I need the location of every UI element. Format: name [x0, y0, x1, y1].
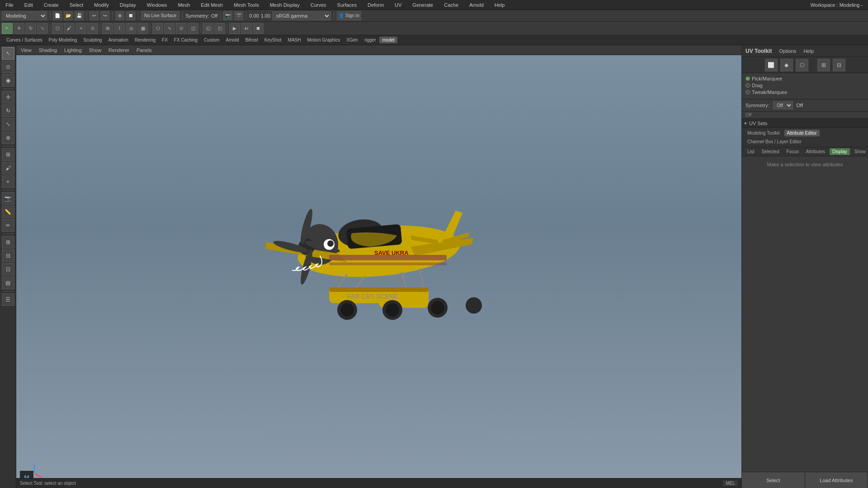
sculpt-btn[interactable]: ⚬ [75, 23, 86, 34]
module-rigger[interactable]: rigger [362, 37, 379, 43]
uv-square-icon[interactable]: ⬜ [765, 59, 778, 71]
sculpt-tool[interactable]: 🖌 [2, 162, 14, 174]
subtab-attributes[interactable]: Attributes [803, 148, 828, 155]
module-animation[interactable]: Animation [105, 37, 131, 43]
menu-arnold[interactable]: Arnold [467, 1, 486, 9]
menu-mesh-display[interactable]: Mesh Display [268, 1, 302, 9]
gamma-dropdown[interactable]: sRGB gamma [272, 11, 331, 20]
module-sculpting[interactable]: Sculpting [80, 37, 104, 43]
scale-tool[interactable]: ⤡ [2, 118, 14, 131]
vp-shading-menu[interactable]: Shading [37, 47, 59, 54]
menu-windows[interactable]: Windows [145, 1, 169, 9]
menu-edit[interactable]: Edit [23, 1, 35, 9]
menu-display[interactable]: Display [118, 1, 138, 9]
isolate-btn[interactable]: ◰ [214, 23, 225, 34]
drag-radio[interactable] [745, 83, 750, 88]
menu-select[interactable]: Select [68, 1, 85, 9]
move-tool[interactable]: ✛ [2, 91, 14, 103]
tab-modeling-toolkit[interactable]: Modeling Toolkit [745, 130, 783, 136]
menu-deform[interactable]: Deform [366, 1, 386, 9]
snap-grid-btn[interactable]: ⊞ [102, 23, 113, 34]
module-bifrost[interactable]: Bifrost [242, 37, 260, 43]
viewport-canvas[interactable]: FAR CRY SCENE SAVE UKRA [16, 55, 741, 488]
render-btn[interactable]: 🎬 [234, 11, 243, 20]
menu-edit-mesh[interactable]: Edit Mesh [199, 1, 225, 9]
stop-btn[interactable]: ⏹ [253, 23, 264, 34]
uv-grid2-icon[interactable]: ⊟ [833, 59, 845, 71]
tab-attribute-editor[interactable]: Attribute Editor [784, 130, 820, 136]
measure-tool[interactable]: 📏 [2, 206, 14, 218]
select-button[interactable]: Select [742, 472, 805, 488]
subtab-selected[interactable]: Selected [759, 148, 782, 155]
quick-layout-btn[interactable]: ⊞ [2, 236, 14, 249]
save-btn[interactable]: 💾 [75, 11, 84, 20]
menu-file[interactable]: File [4, 1, 15, 9]
live-surface-btn[interactable]: No Live Surface [141, 11, 179, 20]
move-tool-btn[interactable]: ✛ [14, 23, 24, 34]
paint-select-tool[interactable]: ◉ [2, 74, 14, 87]
snap-surface-btn[interactable]: ▦ [137, 23, 148, 34]
pick-marquee-radio[interactable] [745, 76, 750, 81]
uv-diamond-icon[interactable]: ◆ [780, 59, 793, 71]
tab-channel-box[interactable]: Channel Box / Layer Editor [745, 138, 804, 145]
deform-btn[interactable]: ⊙ [176, 23, 187, 34]
uv-cube-icon[interactable]: ⬡ [796, 59, 808, 71]
load-attributes-button[interactable]: Load Attributes [805, 472, 868, 488]
snap-btn[interactable]: 🔲 [126, 11, 135, 20]
module-rendering[interactable]: Rendering [132, 37, 158, 43]
universal-manip[interactable]: ⊕ [2, 131, 14, 144]
vp-view-menu[interactable]: View [19, 47, 33, 54]
menu-mesh[interactable]: Mesh [176, 1, 192, 9]
menu-help[interactable]: Help [493, 1, 507, 9]
module-motion[interactable]: Motion Graphics [305, 37, 343, 43]
mel-label[interactable]: MEL [723, 480, 738, 486]
subtab-display[interactable]: Display [830, 148, 850, 155]
menu-create[interactable]: Create [42, 1, 61, 9]
module-curves[interactable]: Curves / Surfaces [4, 37, 45, 43]
menu-cache[interactable]: Cache [442, 1, 460, 9]
quick-layout2-btn[interactable]: ⊟ [2, 249, 14, 262]
ipr-btn[interactable]: ⏯ [241, 23, 252, 34]
menu-curves[interactable]: Curves [309, 1, 328, 9]
rotate-tool[interactable]: ↻ [2, 104, 14, 117]
polygon-btn[interactable]: ⬡ [152, 23, 163, 34]
transform-btn[interactable]: ⊕ [115, 11, 124, 20]
lasso-select-tool[interactable]: ⊙ [2, 61, 14, 73]
module-fx-caching[interactable]: FX Caching [171, 37, 200, 43]
module-fx[interactable]: FX [159, 37, 170, 43]
redo-btn[interactable]: ↪ [100, 11, 109, 20]
soft-mod-btn[interactable]: ⊙ [87, 23, 98, 34]
select-tool-btn[interactable]: ↖ [2, 23, 13, 34]
camera-btn[interactable]: 📷 [223, 11, 232, 20]
vp-lighting-menu[interactable]: Lighting [62, 47, 84, 54]
subtab-list[interactable]: List [745, 148, 757, 155]
uv-grid-icon[interactable]: ⊞ [817, 59, 830, 71]
module-xgen[interactable]: XGen [344, 37, 361, 43]
curve2-btn[interactable]: ∿ [164, 23, 175, 34]
annotation-tool[interactable]: ✏ [2, 219, 14, 232]
uv-options-menu[interactable]: Options [779, 48, 796, 54]
render-view-btn[interactable]: ▶ [229, 23, 240, 34]
module-mash[interactable]: MASH [285, 37, 304, 43]
quick-layout4-btn[interactable]: ▤ [2, 277, 14, 289]
menu-mesh-tools[interactable]: Mesh Tools [232, 1, 260, 9]
tweak-radio[interactable] [745, 90, 750, 94]
snap-curve-btn[interactable]: ⌇ [114, 23, 125, 34]
paint-btn[interactable]: 🖌 [64, 23, 75, 34]
open-btn[interactable]: 📂 [64, 11, 73, 20]
lasso-btn[interactable]: ⬡ [52, 23, 63, 34]
module-poly[interactable]: Poly Modeling [46, 37, 80, 43]
xray-btn[interactable]: ◱ [203, 23, 213, 34]
snap-camera[interactable]: 📷 [2, 192, 14, 205]
module-keyshot[interactable]: KeyShot [262, 37, 284, 43]
module-model[interactable]: model [379, 37, 397, 43]
scale-tool-btn[interactable]: ⤡ [37, 23, 48, 34]
new-btn[interactable]: 📄 [53, 11, 62, 20]
module-custom[interactable]: Custom [201, 37, 222, 43]
menu-uv[interactable]: UV [393, 1, 403, 9]
module-arnold[interactable]: Arnold [223, 37, 242, 43]
rotate-tool-btn[interactable]: ↻ [25, 23, 36, 34]
vp-panels-menu[interactable]: Panels [135, 47, 154, 54]
uv-sets-header[interactable]: ▶ UV Sets [742, 119, 868, 128]
soft-mod-tool[interactable]: ⊞ [2, 148, 14, 161]
